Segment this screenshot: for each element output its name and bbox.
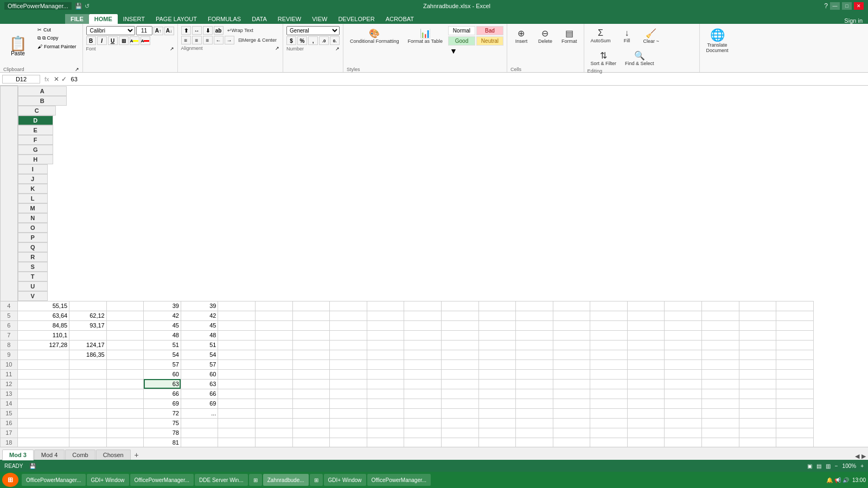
cell-U7[interactable] [776, 330, 814, 340]
cell-E15[interactable]: ... [181, 408, 218, 418]
align-middle-btn[interactable]: ↔ [192, 26, 202, 35]
cell-T6[interactable] [739, 320, 776, 330]
sheet-tab-mod-3[interactable]: Mod 3 [2, 450, 34, 460]
cell-B12[interactable] [69, 379, 107, 389]
cell-B4[interactable] [69, 301, 107, 311]
cell-N6[interactable] [516, 320, 553, 330]
cell-Q7[interactable] [627, 330, 665, 340]
cell-B16[interactable] [69, 418, 107, 428]
cell-A10[interactable] [17, 359, 69, 369]
cell-F4[interactable] [218, 301, 256, 311]
cell-G11[interactable] [256, 369, 293, 379]
cell-H8[interactable] [292, 340, 330, 350]
cell-K17[interactable] [404, 428, 442, 438]
cell-I6[interactable] [330, 320, 367, 330]
formula-input[interactable] [69, 75, 866, 83]
cell-L14[interactable] [441, 399, 478, 408]
cell-O7[interactable] [553, 330, 590, 340]
cell-U4[interactable] [776, 301, 814, 311]
cell-C18[interactable] [106, 438, 144, 447]
taskbar-item-1[interactable]: GDI+ Window [87, 474, 129, 486]
cell-A6[interactable]: 84,85 [17, 320, 69, 330]
cell-A11[interactable] [17, 369, 69, 379]
cell-S8[interactable] [701, 340, 739, 350]
cell-G13[interactable] [256, 389, 293, 399]
col-header-K[interactable]: K [18, 184, 48, 194]
cell-S7[interactable] [701, 330, 739, 340]
cell-R14[interactable] [665, 399, 702, 408]
cell-P18[interactable] [590, 438, 628, 447]
save-icon[interactable]: 💾 [29, 463, 36, 469]
cell-B8[interactable]: 124,17 [69, 340, 107, 350]
col-header-S[interactable]: S [18, 262, 48, 272]
cell-Q8[interactable] [627, 340, 665, 350]
tab-data[interactable]: DATA [246, 14, 272, 24]
col-header-M[interactable]: M [18, 203, 48, 213]
align-center-btn[interactable]: ≡ [192, 36, 202, 44]
cell-H12[interactable] [292, 379, 330, 389]
cell-N14[interactable] [516, 399, 553, 408]
cell-F14[interactable] [218, 399, 256, 408]
cell-R18[interactable] [665, 438, 702, 447]
cell-H10[interactable] [292, 359, 330, 369]
cell-I7[interactable] [330, 330, 367, 340]
font-expand-icon[interactable]: ↗ [170, 46, 174, 52]
format-painter-button[interactable]: 🖌 Format Painter [35, 43, 79, 50]
cell-M14[interactable] [478, 399, 516, 408]
cell-A17[interactable] [17, 428, 69, 438]
cell-U12[interactable] [776, 379, 814, 389]
cell-N16[interactable] [516, 418, 553, 428]
sign-in-link[interactable]: Sign in [839, 17, 868, 24]
cell-D9[interactable]: 54 [144, 350, 181, 359]
cell-K9[interactable] [404, 350, 442, 359]
cell-J14[interactable] [367, 399, 404, 408]
cell-I8[interactable] [330, 340, 367, 350]
cell-O4[interactable] [553, 301, 590, 311]
col-header-O[interactable]: O [18, 223, 48, 233]
wrap-text-btn[interactable]: ↵ Wrap Text [225, 27, 256, 34]
cell-O14[interactable] [553, 399, 590, 408]
cell-O11[interactable] [553, 369, 590, 379]
merge-center-btn[interactable]: ⊟ Merge & Center [235, 36, 280, 44]
sheet-tab-mod-4[interactable]: Mod 4 [34, 450, 65, 460]
cell-H9[interactable] [292, 350, 330, 359]
cell-M13[interactable] [478, 389, 516, 399]
cell-S14[interactable] [701, 399, 739, 408]
cell-O18[interactable] [553, 438, 590, 447]
cell-D16[interactable]: 75 [144, 418, 181, 428]
cell-H13[interactable] [292, 389, 330, 399]
cell-C14[interactable] [106, 399, 144, 408]
cell-C10[interactable] [106, 359, 144, 369]
col-header-U[interactable]: U [18, 281, 48, 291]
normal-style-btn[interactable]: Normal [448, 26, 475, 35]
cell-J6[interactable] [367, 320, 404, 330]
cell-I12[interactable] [330, 379, 367, 389]
cell-F15[interactable] [218, 408, 256, 418]
cell-U8[interactable] [776, 340, 814, 350]
cell-F16[interactable] [218, 418, 256, 428]
cell-H11[interactable] [292, 369, 330, 379]
cell-P14[interactable] [590, 399, 628, 408]
maximize-btn[interactable]: □ [842, 2, 852, 10]
cell-J16[interactable] [367, 418, 404, 428]
cell-P10[interactable] [590, 359, 628, 369]
font-family-select[interactable]: Calibri [86, 26, 135, 35]
cell-K11[interactable] [404, 369, 442, 379]
cell-D11[interactable]: 60 [144, 369, 181, 379]
cell-L7[interactable] [441, 330, 478, 340]
fill-color-btn[interactable]: A [130, 36, 139, 45]
cell-A4[interactable]: 55,15 [17, 301, 69, 311]
taskbar-item-6[interactable]: ⊞ [310, 474, 323, 486]
cell-T16[interactable] [739, 418, 776, 428]
confirm-formula-btn[interactable]: ✓ [61, 75, 67, 83]
cell-I15[interactable] [330, 408, 367, 418]
cell-C15[interactable] [106, 408, 144, 418]
cell-U18[interactable] [776, 438, 814, 447]
clear-btn[interactable]: 🧹 Clear ~ [640, 26, 662, 46]
taskbar-item-3[interactable]: DDE Server Win... [195, 474, 248, 486]
zoom-in-btn[interactable]: + [860, 463, 864, 469]
cell-C6[interactable] [106, 320, 144, 330]
cell-R4[interactable] [665, 301, 702, 311]
taskbar-item-5[interactable]: Zahnradbude... [263, 474, 309, 486]
help-btn[interactable]: ? [824, 2, 828, 10]
